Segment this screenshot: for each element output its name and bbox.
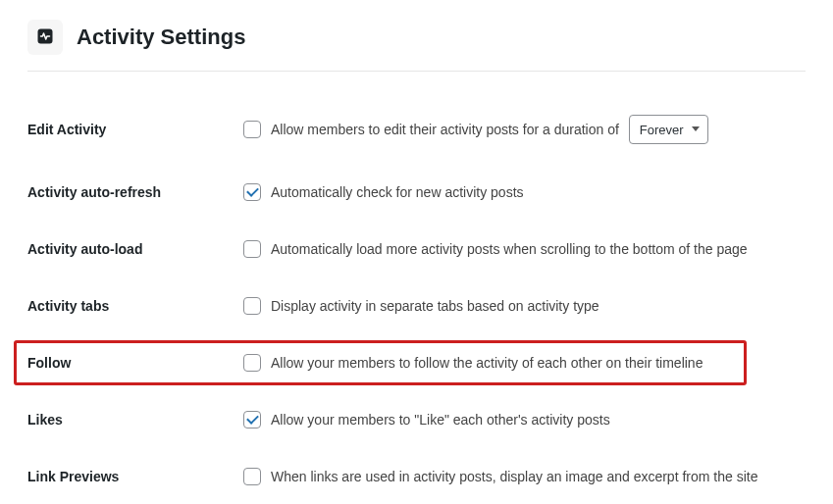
checkbox-auto-refresh[interactable] [243,183,261,201]
checkbox-activity-tabs[interactable] [243,297,261,315]
row-auto-refresh: Activity auto-refresh Automatically chec… [27,164,806,221]
label-edit-activity: Edit Activity [27,122,243,137]
checkbox-follow[interactable] [243,354,261,372]
label-link-previews: Link Previews [27,469,243,484]
label-auto-load: Activity auto-load [27,241,243,257]
label-follow: Follow [27,355,243,371]
checkbox-likes[interactable] [243,411,261,428]
desc-auto-refresh: Automatically check for new activity pos… [271,184,524,200]
label-auto-refresh: Activity auto-refresh [27,184,243,200]
desc-likes: Allow your members to "Like" each other'… [271,412,610,428]
row-auto-load: Activity auto-load Automatically load mo… [27,221,806,277]
select-edit-duration[interactable]: Forever [629,115,708,144]
row-follow: Follow Allow your members to follow the … [27,334,806,391]
desc-link-previews: When links are used in activity posts, d… [271,469,757,484]
label-likes: Likes [27,412,243,428]
activity-icon [36,27,54,48]
row-link-previews: Link Previews When links are used in act… [27,448,806,504]
checkbox-auto-load[interactable] [243,240,261,258]
desc-edit-activity: Allow members to edit their activity pos… [271,122,619,137]
checkbox-link-previews[interactable] [243,468,261,485]
page-header: Activity Settings [27,20,806,72]
label-activity-tabs: Activity tabs [27,298,243,314]
row-edit-activity: Edit Activity Allow members to edit thei… [27,95,806,164]
page-title: Activity Settings [77,25,245,50]
desc-follow: Allow your members to follow the activit… [271,355,703,371]
desc-activity-tabs: Display activity in separate tabs based … [271,298,599,314]
activity-icon-box [27,20,63,55]
row-likes: Likes Allow your members to "Like" each … [27,391,806,448]
row-activity-tabs: Activity tabs Display activity in separa… [27,277,806,334]
checkbox-edit-activity[interactable] [243,121,261,138]
desc-auto-load: Automatically load more activity posts w… [271,241,748,257]
